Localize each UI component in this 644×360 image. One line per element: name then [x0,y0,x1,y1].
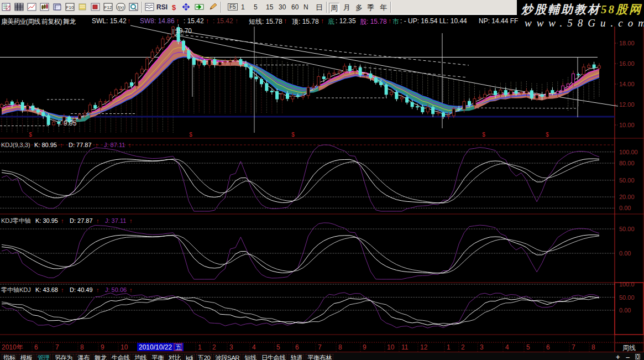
svg-text:19.70: 19.70 [175,27,192,35]
svg-text:100.0: 100.0 [619,281,635,288]
svg-text:9: 9 [363,343,366,351]
svg-text:10.00: 10.00 [619,122,635,128]
svg-text:3: 3 [480,343,484,351]
svg-text:0.00: 0.00 [619,250,631,257]
svg-text:8: 8 [338,343,342,351]
svg-text:J: 37.11: J: 37.11 [105,217,126,224]
svg-text:1: 1 [447,343,451,351]
svg-text:0.00: 0.00 [619,205,631,211]
svg-text:K: 43.68: K: 43.68 [35,286,58,293]
svg-text:$: $ [189,132,192,138]
svg-text:↑: ↑ [128,142,132,148]
svg-text:7: 7 [55,343,59,351]
svg-text:50.00: 50.00 [619,177,635,184]
svg-text:零中轴KDJ: 零中轴KDJ [1,286,31,293]
svg-text:4: 4 [505,343,509,351]
svg-text:9: 9 [101,343,104,351]
svg-text:80.00: 80.00 [619,160,635,166]
svg-text:16.00: 16.00 [619,60,635,67]
svg-text:11: 11 [401,343,409,351]
svg-text:2: 2 [461,343,465,351]
svg-text:7: 7 [318,343,322,351]
svg-text:6: 6 [34,343,38,351]
svg-text:20.00: 20.00 [619,194,635,200]
svg-text:↑: ↑ [61,286,64,293]
svg-text:12.00: 12.00 [619,101,635,108]
svg-text:↑: ↑ [129,286,133,293]
svg-text:↑: ↑ [95,142,98,148]
svg-text:10: 10 [387,343,395,351]
svg-text:14.00: 14.00 [619,81,635,87]
svg-text:$: $ [482,132,485,138]
svg-text:J: 87.11: J: 87.11 [104,142,125,148]
svg-text:6: 6 [295,343,299,351]
svg-text:8: 8 [591,343,595,351]
svg-text:0.00: 0.00 [619,307,631,314]
svg-text:10: 10 [121,343,128,351]
svg-text:$: $ [291,132,295,138]
svg-text:五: 五 [175,343,182,351]
svg-text:4: 4 [252,343,256,351]
svg-text:5: 5 [526,343,530,351]
svg-text:12: 12 [420,343,428,351]
svg-text:8: 8 [80,343,84,351]
svg-text:1: 1 [198,343,202,351]
svg-text:←9.95: ←9.95 [57,119,77,127]
svg-text:2010/10/22: 2010/10/22 [139,343,172,351]
svg-text:↑: ↑ [96,286,100,293]
svg-text:KDJ(9,3,3): KDJ(9,3,3) [1,142,30,148]
svg-text:2: 2 [212,343,216,351]
svg-text:50.00: 50.00 [619,294,635,301]
svg-text:2010年: 2010年 [2,343,23,351]
svg-text:K: 30.95: K: 30.95 [35,217,58,224]
svg-text:↑: ↑ [61,217,64,224]
svg-text:100.00: 100.00 [619,149,638,155]
svg-text:↑: ↑ [60,142,63,148]
svg-text:KDJ零中轴: KDJ零中轴 [1,217,31,224]
svg-text:D: 40.49: D: 40.49 [70,286,93,293]
svg-text:$: $ [546,132,549,138]
svg-text:6: 6 [546,343,550,351]
svg-text:50.00: 50.00 [619,226,635,232]
svg-text:18.00: 18.00 [619,40,635,46]
svg-text:↑: ↑ [96,217,100,224]
svg-text:周线: 周线 [622,344,636,352]
svg-text:$: $ [29,132,32,138]
svg-text:3: 3 [229,343,233,351]
svg-text:↑: ↑ [129,217,133,224]
svg-text:D: 77.87: D: 77.87 [69,142,92,148]
svg-text:K: 80.95: K: 80.95 [34,142,57,148]
svg-text:J: 50.06: J: 50.06 [105,286,127,293]
svg-text:D: 27.87: D: 27.87 [70,217,93,224]
svg-text:7: 7 [572,343,575,351]
svg-text:5: 5 [276,343,280,351]
